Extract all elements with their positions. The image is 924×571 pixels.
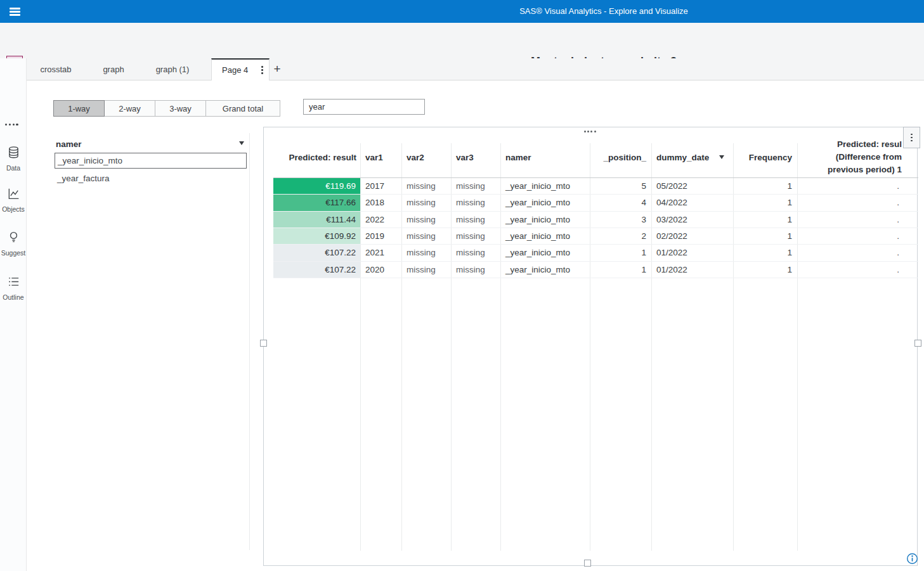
cell-var3[interactable]: missing: [451, 195, 500, 210]
add-page-button[interactable]: +: [273, 62, 280, 76]
column-header-predicted[interactable]: Predicted: result: [273, 153, 360, 162]
resize-handle-bottom[interactable]: [584, 560, 591, 567]
table-row[interactable]: €107.22 2021 missing missing _year_inici…: [273, 245, 918, 261]
tab-menu-icon[interactable]: [261, 66, 263, 74]
table-row[interactable]: €117.66 2018 missing missing _year_inici…: [273, 195, 918, 211]
segment-grand-total[interactable]: Grand total: [205, 100, 280, 117]
column-header-dummy-date[interactable]: dummy_date: [651, 153, 733, 162]
cell-frequency[interactable]: 1: [733, 212, 797, 228]
rail-item-data[interactable]: Data: [0, 146, 27, 172]
cell-position[interactable]: 5: [590, 178, 651, 194]
cell-predicted[interactable]: €109.92: [273, 228, 360, 244]
cell-position[interactable]: 1: [590, 262, 651, 278]
column-header-var3[interactable]: var3: [451, 153, 500, 162]
cell-diff[interactable]: .: [797, 228, 918, 244]
column-header-position[interactable]: _position_: [590, 153, 651, 162]
cell-frequency[interactable]: 1: [733, 195, 797, 210]
object-drag-handle-icon[interactable]: [584, 131, 596, 132]
cell-var1[interactable]: 2021: [360, 245, 401, 260]
cell-var2[interactable]: missing: [401, 178, 451, 194]
cell-dummy-date[interactable]: 03/2022: [651, 212, 733, 228]
rail-item-label: Suggest: [1, 249, 26, 257]
cell-var3[interactable]: missing: [451, 262, 500, 278]
rail-item-objects[interactable]: Objects: [0, 187, 27, 213]
rail-item-label: Objects: [2, 205, 25, 213]
tab-page-4-active[interactable]: Page 4: [211, 58, 270, 80]
resize-handle-right[interactable]: [914, 340, 921, 347]
cell-position[interactable]: 2: [590, 228, 651, 244]
resize-handle-left[interactable]: [260, 340, 267, 347]
cell-predicted[interactable]: €107.22: [273, 245, 360, 260]
namer-dropdown[interactable]: namer: [56, 138, 246, 150]
cell-namer[interactable]: _year_inicio_mto: [500, 262, 590, 278]
cell-var3[interactable]: missing: [451, 212, 500, 228]
cell-var2[interactable]: missing: [401, 212, 451, 228]
cell-diff[interactable]: .: [797, 195, 918, 210]
cell-namer[interactable]: _year_inicio_mto: [500, 228, 590, 244]
cell-dummy-date[interactable]: 01/2022: [651, 245, 733, 260]
cell-dummy-date[interactable]: 04/2022: [651, 195, 733, 210]
list-item-year-inicio-mto[interactable]: _year_inicio_mto: [55, 153, 247, 169]
rail-item-outline[interactable]: Outline: [0, 275, 27, 301]
cell-var1[interactable]: 2017: [360, 178, 401, 194]
cell-var3[interactable]: missing: [451, 245, 500, 260]
table-row[interactable]: €109.92 2019 missing missing _year_inici…: [273, 228, 918, 245]
column-header-frequency[interactable]: Frequency: [733, 153, 797, 162]
tab-graph[interactable]: graph: [103, 65, 124, 74]
segment-1-way[interactable]: 1-way: [53, 100, 105, 117]
cell-var2[interactable]: missing: [401, 195, 451, 210]
cell-namer[interactable]: _year_inicio_mto: [500, 195, 590, 210]
cell-var2[interactable]: missing: [401, 262, 451, 278]
tab-crosstab[interactable]: crosstab: [40, 65, 71, 74]
cell-frequency[interactable]: 1: [733, 262, 797, 278]
cell-position[interactable]: 4: [590, 195, 651, 210]
list-item-year-factura[interactable]: _year_factura: [55, 170, 247, 186]
table-row[interactable]: €107.22 2020 missing missing _year_inici…: [273, 262, 918, 278]
hamburger-menu-icon[interactable]: [10, 8, 20, 16]
cell-predicted[interactable]: €107.22: [273, 262, 360, 278]
filter-text-input[interactable]: [303, 99, 425, 115]
cell-var1[interactable]: 2020: [360, 262, 401, 278]
cell-dummy-date[interactable]: 05/2022: [651, 178, 733, 194]
column-header-namer[interactable]: namer: [500, 153, 590, 162]
tab-graph-1[interactable]: graph (1): [156, 65, 190, 74]
cell-namer[interactable]: _year_inicio_mto: [500, 178, 590, 194]
crosstab-object[interactable]: Predicted: result var1 var2 var3 namer _…: [263, 127, 918, 566]
cell-diff[interactable]: .: [797, 245, 918, 260]
column-header-var2[interactable]: var2: [401, 153, 451, 162]
cell-predicted[interactable]: €117.66: [273, 195, 360, 210]
cell-position[interactable]: 1: [590, 245, 651, 260]
cell-dummy-date[interactable]: 01/2022: [651, 262, 733, 278]
cell-var1[interactable]: 2018: [360, 195, 401, 210]
column-header-predicted-diff[interactable]: Predicted: resul (Difference from previo…: [797, 138, 918, 176]
header-line: (Difference from: [797, 151, 902, 164]
page-tab-bar: crosstab graph graph (1) Page 4 +: [27, 58, 924, 80]
app-title: SAS® Visual Analytics - Explore and Visu…: [519, 6, 688, 16]
cell-var3[interactable]: missing: [451, 178, 500, 194]
table-row[interactable]: €111.44 2022 missing missing _year_inici…: [273, 212, 918, 228]
info-icon[interactable]: [906, 553, 918, 565]
segment-2-way[interactable]: 2-way: [104, 100, 155, 117]
cell-var3[interactable]: missing: [451, 228, 500, 244]
cell-frequency[interactable]: 1: [733, 245, 797, 260]
cell-var2[interactable]: missing: [401, 245, 451, 260]
cell-namer[interactable]: _year_inicio_mto: [500, 212, 590, 228]
cell-position[interactable]: 3: [590, 212, 651, 228]
cell-var1[interactable]: 2019: [360, 228, 401, 244]
segment-3-way[interactable]: 3-way: [155, 100, 206, 117]
cell-var1[interactable]: 2022: [360, 212, 401, 228]
cell-var2[interactable]: missing: [401, 228, 451, 244]
cell-predicted[interactable]: €119.69: [273, 178, 360, 194]
rail-more-icon[interactable]: [5, 124, 22, 125]
cell-namer[interactable]: _year_inicio_mto: [500, 245, 590, 260]
cell-predicted[interactable]: €111.44: [273, 212, 360, 228]
cell-diff[interactable]: .: [797, 212, 918, 228]
cell-diff[interactable]: .: [797, 262, 918, 278]
rail-item-suggest[interactable]: Suggest: [0, 231, 27, 257]
table-row[interactable]: €119.69 2017 missing missing _year_inici…: [273, 178, 918, 195]
cell-dummy-date[interactable]: 02/2022: [651, 228, 733, 244]
cell-frequency[interactable]: 1: [733, 228, 797, 244]
cell-frequency[interactable]: 1: [733, 178, 797, 194]
cell-diff[interactable]: .: [797, 178, 918, 194]
column-header-var1[interactable]: var1: [360, 153, 401, 162]
